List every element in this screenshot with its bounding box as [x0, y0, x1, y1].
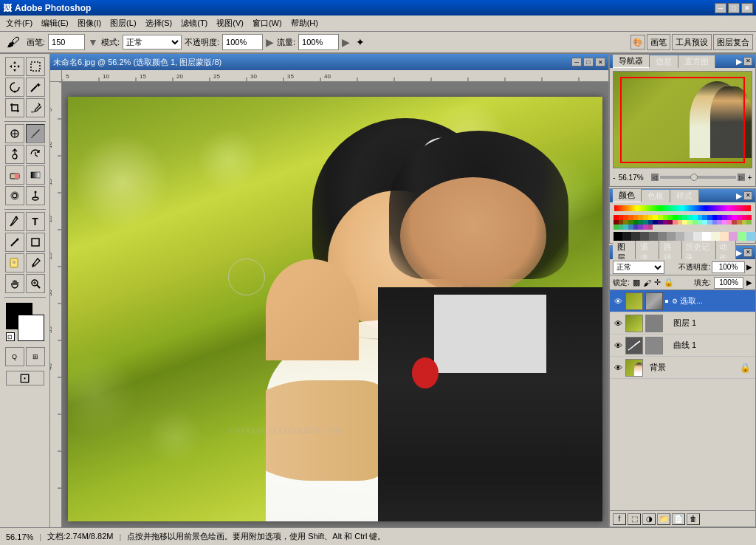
brush-size-input[interactable]: 150 [48, 34, 85, 50]
color-swatch[interactable] [648, 220, 653, 225]
color-swatch[interactable] [673, 220, 678, 225]
gray-swatch[interactable] [711, 232, 720, 241]
color-swatch[interactable] [643, 220, 648, 225]
color-swatch[interactable] [712, 215, 718, 220]
layer-mask-button[interactable]: ⬚ [628, 513, 641, 525]
color-swatch[interactable] [643, 224, 648, 230]
tab-info[interactable]: 信息 [650, 55, 678, 68]
tab-navigator[interactable]: 导航器 [613, 55, 650, 68]
tab-styles[interactable]: 样式 [670, 190, 699, 202]
color-swatch[interactable] [648, 215, 653, 220]
flow-arrow[interactable]: ▶ [342, 36, 350, 48]
zoom-tool[interactable] [26, 274, 45, 293]
color-swatch[interactable] [638, 224, 643, 230]
color-swatch[interactable] [628, 224, 633, 230]
color-swatch[interactable] [678, 215, 683, 220]
default-colors-icon[interactable]: ⊡ [6, 332, 15, 341]
color-swatch[interactable] [702, 220, 707, 225]
layer-eye-3[interactable]: 👁 [613, 363, 623, 373]
gray-swatch[interactable] [738, 232, 746, 241]
color-swatch[interactable] [653, 220, 658, 225]
gray-swatch[interactable] [693, 232, 702, 241]
menu-image[interactable]: 图像(I) [73, 16, 106, 30]
layer-comps-button[interactable]: 图层复合 [713, 34, 753, 50]
gray-swatch[interactable] [631, 232, 640, 241]
brush-picker-arrow[interactable]: ▼ [88, 36, 98, 48]
eyedropper-2-tool[interactable] [26, 253, 45, 272]
opacity-input[interactable]: 100% [222, 34, 263, 50]
notes-tool[interactable] [5, 253, 24, 272]
gray-swatch[interactable] [746, 232, 755, 241]
mode-select[interactable]: 正常 [123, 35, 182, 49]
color-swatch[interactable] [653, 215, 658, 220]
menu-view[interactable]: 视图(V) [212, 16, 248, 30]
color-swatch[interactable] [687, 215, 693, 220]
nav-zoom-up[interactable]: ▷ [738, 174, 745, 181]
pen-tool[interactable] [5, 212, 24, 231]
color-swatch[interactable] [648, 224, 653, 230]
gray-swatch[interactable] [622, 232, 631, 241]
gray-swatch[interactable] [729, 232, 738, 241]
layers-close-button[interactable]: ✕ [743, 248, 752, 257]
image-canvas[interactable]: © XXXXXX XXXXXXX.COM 某某 [62, 82, 608, 527]
color-swatch[interactable] [638, 220, 643, 225]
color-swatch[interactable] [712, 220, 718, 225]
color-swatch[interactable] [619, 224, 624, 230]
lasso-tool[interactable] [5, 78, 24, 97]
gray-swatch[interactable] [667, 232, 676, 241]
zoom-out-icon[interactable]: - [613, 173, 616, 182]
gray-swatch[interactable] [658, 232, 667, 241]
color-swatch[interactable] [707, 220, 712, 225]
tab-histogram[interactable]: 直方图 [678, 55, 715, 68]
healing-brush-tool[interactable] [5, 124, 24, 143]
color-swatch[interactable] [633, 215, 639, 220]
magic-wand-tool[interactable] [26, 78, 45, 97]
color-swatch[interactable] [623, 215, 628, 220]
color-swatch[interactable] [633, 220, 639, 225]
gray-swatch[interactable] [676, 232, 684, 241]
lock-move-icon[interactable]: ✛ [654, 278, 661, 287]
menu-window[interactable]: 窗口(W) [248, 16, 286, 30]
menu-help[interactable]: 帮助(H) [286, 16, 323, 30]
lock-all-icon[interactable]: 🔒 [664, 278, 674, 287]
color-swatch[interactable] [614, 215, 619, 220]
navigator-menu-icon[interactable]: ▶ [736, 57, 742, 66]
tab-color[interactable]: 颜色 [613, 189, 642, 202]
color-swatch[interactable] [658, 215, 663, 220]
adjustment-layer-button[interactable]: ◑ [642, 513, 656, 525]
move-tool[interactable] [5, 57, 24, 76]
fill-stepper[interactable]: ▶ [746, 278, 752, 287]
hand-tool[interactable] [5, 274, 24, 293]
close-button[interactable]: ✕ [741, 3, 753, 13]
color-swatch[interactable] [698, 220, 703, 225]
background-color[interactable] [18, 315, 44, 341]
color-swatch[interactable] [746, 220, 752, 225]
delete-layer-button[interactable]: 🗑 [687, 513, 700, 525]
color-swatch[interactable] [667, 220, 673, 225]
color-swatch[interactable] [742, 220, 747, 225]
quick-mask-icon[interactable]: Q [5, 347, 24, 366]
swap-colors-icon[interactable]: ↕ [6, 322, 10, 329]
opacity-stepper[interactable]: ▶ [746, 263, 752, 271]
menu-edit[interactable]: 编辑(E) [37, 16, 73, 30]
color-swatch[interactable] [742, 215, 747, 220]
color-swatch[interactable] [623, 224, 628, 230]
brush-tool[interactable] [26, 124, 45, 143]
color-swatch[interactable] [667, 215, 673, 220]
change-screen-mode[interactable]: ⊡ [6, 371, 44, 385]
color-swatch[interactable] [693, 220, 698, 225]
color-swatch[interactable] [687, 220, 693, 225]
clone-stamp-tool[interactable] [5, 145, 24, 164]
fill-input[interactable] [714, 277, 743, 289]
color-swatch[interactable] [619, 215, 624, 220]
color-swatch[interactable] [722, 220, 727, 225]
doc-maximize-button[interactable]: □ [583, 58, 594, 66]
maximize-button[interactable]: □ [728, 3, 740, 13]
menu-layer[interactable]: 图层(L) [106, 16, 140, 30]
palette-button[interactable]: 🎨 [630, 35, 645, 49]
doc-close-button[interactable]: ✕ [595, 58, 605, 66]
layers-menu-icon[interactable]: ▶ [736, 248, 742, 258]
color-swatch[interactable] [717, 215, 722, 220]
blend-mode-select[interactable]: 正常 [613, 261, 664, 274]
menu-filter[interactable]: 滤镜(T) [176, 16, 212, 30]
